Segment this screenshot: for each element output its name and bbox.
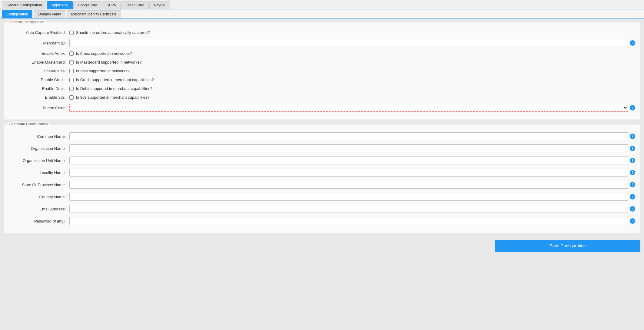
help-icon-state-province[interactable]: ? xyxy=(630,182,635,187)
form-row-merchant-id: Merchant ID:? xyxy=(9,38,635,47)
label-enable-3ds: Enable 3ds: xyxy=(9,95,69,100)
sub-tab-merchant-identity-certificate[interactable]: Merchant Identity Certificate xyxy=(67,10,121,18)
checkbox-enable-visa[interactable] xyxy=(69,69,74,73)
top-tab-google-pay[interactable]: Google Pay xyxy=(73,1,101,9)
general-config-section: General Configuration Auto Capture Enabl… xyxy=(4,22,640,120)
checkbox-enable-mastercard[interactable] xyxy=(69,60,74,64)
label-button-color: Button Color: xyxy=(9,106,69,110)
save-area: Save Configuration xyxy=(4,237,640,253)
top-tab-paypal[interactable]: PayPal xyxy=(149,1,170,9)
control-wrap-enable-visa: Is Visa supported in networks? xyxy=(69,69,635,73)
form-row-enable-debit: Enable Debit:Is Debit supported in merch… xyxy=(9,85,635,91)
input-locality-name[interactable] xyxy=(69,169,628,177)
control-wrap-common-name: ? xyxy=(69,132,635,140)
checkbox-wrap-enable-mastercard: Is Mastercard supported in networks? xyxy=(69,60,142,64)
control-wrap-org-unit-name: ? xyxy=(69,157,635,164)
help-icon-password[interactable]: ? xyxy=(630,218,635,224)
help-icon-common-name[interactable]: ? xyxy=(630,134,635,139)
checkbox-wrap-enable-visa: Is Visa supported in networks? xyxy=(69,69,130,73)
form-row-enable-amex: Enable Amex:Is Amex supported in network… xyxy=(9,50,635,56)
control-wrap-enable-credit: Is Credit supported in merchant capabili… xyxy=(69,78,635,82)
checkbox-enable-3ds[interactable] xyxy=(69,95,74,100)
sub-tab-domain-verify[interactable]: Domain Verify xyxy=(34,10,65,18)
control-wrap-email-address: ? xyxy=(69,205,635,213)
control-wrap-auto-capture: Should the orders automatically captured… xyxy=(69,30,635,35)
top-tab-sepa[interactable]: SEPA xyxy=(102,1,121,9)
help-icon-locality-name[interactable]: ? xyxy=(630,170,635,175)
checkbox-label-enable-amex: Is Amex supported in networks? xyxy=(76,51,132,56)
checkbox-wrap-enable-credit: Is Credit supported in merchant capabili… xyxy=(69,78,154,82)
input-state-province[interactable] xyxy=(69,181,628,189)
control-wrap-locality-name: ? xyxy=(69,169,635,177)
checkbox-wrap-auto-capture: Should the orders automatically captured… xyxy=(69,30,150,35)
save-configuration-button[interactable]: Save Configuration xyxy=(495,240,640,252)
checkbox-label-auto-capture: Should the orders automatically captured… xyxy=(76,30,150,35)
form-row-org-unit-name: Organization Unit Name:? xyxy=(9,155,635,164)
checkbox-enable-amex[interactable] xyxy=(69,51,74,56)
checkbox-auto-capture[interactable] xyxy=(69,31,74,35)
control-wrap-password: ? xyxy=(69,217,635,225)
form-row-country-name: Country Name:? xyxy=(9,192,635,201)
control-wrap-state-province: ? xyxy=(69,181,635,189)
label-state-province: State Or Province Name: xyxy=(9,183,69,187)
help-icon-organization-name[interactable]: ? xyxy=(630,146,635,151)
input-email-address[interactable] xyxy=(69,205,628,213)
form-row-email-address: Email Address:? xyxy=(9,204,635,213)
control-wrap-button-color: ? xyxy=(69,104,635,112)
checkbox-enable-debit[interactable] xyxy=(69,87,74,91)
top-tab-general-configuration[interactable]: General Configuration xyxy=(2,1,46,9)
input-common-name[interactable] xyxy=(69,132,628,140)
control-wrap-enable-mastercard: Is Mastercard supported in networks? xyxy=(69,60,635,64)
general-config-title: General Configuration xyxy=(8,20,45,24)
checkbox-label-enable-3ds: Is 3ds supported in merchant capabilitie… xyxy=(76,95,150,100)
label-email-address: Email Address: xyxy=(9,207,69,211)
checkbox-label-enable-debit: Is Debit supported in merchant capabilit… xyxy=(76,86,152,91)
control-wrap-country-name: ? xyxy=(69,193,635,201)
form-row-enable-3ds: Enable 3ds:Is 3ds supported in merchant … xyxy=(9,94,635,100)
form-row-organization-name: Organization Name:? xyxy=(9,143,635,152)
help-icon-org-unit-name[interactable]: ? xyxy=(630,158,635,163)
checkbox-wrap-enable-debit: Is Debit supported in merchant capabilit… xyxy=(69,86,152,91)
control-wrap-enable-amex: Is Amex supported in networks? xyxy=(69,51,635,56)
help-icon-button-color[interactable]: ? xyxy=(630,105,635,111)
form-row-auto-capture: Auto Capture Enabled:Should the orders a… xyxy=(9,29,635,35)
checkbox-enable-credit[interactable] xyxy=(69,78,74,82)
form-row-common-name: Common Name:? xyxy=(9,131,635,140)
cert-config-section: Certificate Configuration Common Name:?O… xyxy=(4,124,640,233)
label-org-unit-name: Organization Unit Name: xyxy=(9,158,69,163)
input-country-name[interactable] xyxy=(69,193,628,201)
checkbox-wrap-enable-3ds: Is 3ds supported in merchant capabilitie… xyxy=(69,95,150,100)
help-icon-email-address[interactable]: ? xyxy=(630,206,635,212)
label-enable-visa: Enable Visa: xyxy=(9,69,69,73)
control-wrap-merchant-id: ? xyxy=(69,39,635,47)
form-row-password: Password (if any):? xyxy=(9,216,635,225)
top-tab-credit-card[interactable]: Credit Card xyxy=(121,1,149,9)
help-icon-country-name[interactable]: ? xyxy=(630,194,635,200)
input-org-unit-name[interactable] xyxy=(69,157,628,164)
checkbox-label-enable-mastercard: Is Mastercard supported in networks? xyxy=(76,60,142,64)
control-wrap-enable-debit: Is Debit supported in merchant capabilit… xyxy=(69,86,635,91)
checkbox-label-enable-credit: Is Credit supported in merchant capabili… xyxy=(76,78,154,82)
top-tab-apple-pay[interactable]: Apple Pay xyxy=(47,1,73,9)
top-tab-bar: General ConfigurationApple PayGoogle Pay… xyxy=(0,0,644,9)
label-auto-capture: Auto Capture Enabled: xyxy=(9,30,69,35)
input-password[interactable] xyxy=(69,217,628,225)
control-wrap-enable-3ds: Is 3ds supported in merchant capabilitie… xyxy=(69,95,635,100)
form-row-enable-visa: Enable Visa:Is Visa supported in network… xyxy=(9,68,635,73)
label-locality-name: Locality Name: xyxy=(9,170,69,175)
label-password: Password (if any): xyxy=(9,219,69,223)
input-merchant-id[interactable] xyxy=(69,39,628,47)
sub-tab-configuration[interactable]: Configuration xyxy=(2,10,32,18)
form-row-locality-name: Locality Name:? xyxy=(9,167,635,177)
sub-tab-bar: ConfigurationDomain VerifyMerchant Ident… xyxy=(0,9,644,18)
checkbox-wrap-enable-amex: Is Amex supported in networks? xyxy=(69,51,132,56)
form-row-enable-mastercard: Enable Mastercard:Is Mastercard supporte… xyxy=(9,59,635,64)
select-button-color[interactable] xyxy=(69,104,628,112)
control-wrap-organization-name: ? xyxy=(69,144,635,152)
label-enable-mastercard: Enable Mastercard: xyxy=(9,60,69,64)
help-icon-merchant-id[interactable]: ? xyxy=(630,40,635,46)
form-row-enable-credit: Enable Credit:Is Credit supported in mer… xyxy=(9,76,635,82)
label-country-name: Country Name: xyxy=(9,195,69,199)
form-row-button-color: Button Color:? xyxy=(9,103,635,112)
input-organization-name[interactable] xyxy=(69,144,628,152)
